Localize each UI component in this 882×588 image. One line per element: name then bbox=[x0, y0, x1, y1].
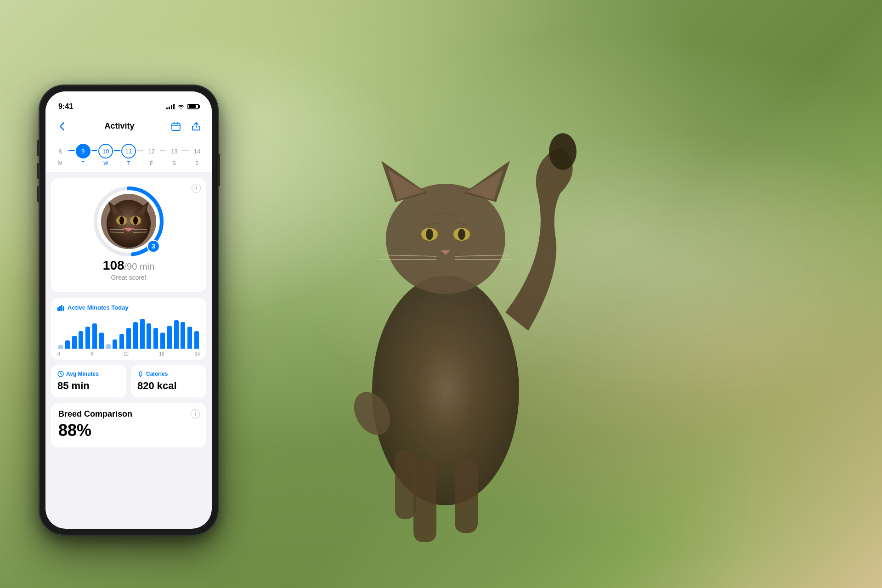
calendar-button[interactable] bbox=[170, 120, 182, 133]
phone-frame: 9:41 bbox=[39, 85, 218, 535]
chart-card: Active Minutes Today bbox=[51, 298, 206, 360]
bar-14 bbox=[153, 328, 158, 349]
back-button[interactable] bbox=[55, 119, 69, 134]
score-badge: 3 bbox=[147, 240, 160, 253]
svg-rect-7 bbox=[413, 459, 436, 542]
svg-rect-19 bbox=[172, 123, 180, 130]
calendar-icon bbox=[171, 121, 181, 131]
clock-icon bbox=[57, 371, 64, 377]
bar-15 bbox=[160, 333, 165, 349]
bar-5 bbox=[92, 323, 97, 349]
status-icons bbox=[166, 104, 199, 109]
breed-percentage: 88% bbox=[58, 421, 199, 440]
score-goal: /90 min bbox=[124, 261, 155, 271]
stat-avg-minutes-title: Avg Minutes bbox=[57, 371, 120, 377]
svg-point-0 bbox=[372, 276, 519, 505]
share-button[interactable] bbox=[190, 120, 203, 133]
svg-rect-43 bbox=[63, 306, 64, 311]
x-label-18: 18 bbox=[159, 351, 164, 356]
chart-title: Active Minutes Today bbox=[57, 304, 200, 311]
date-circle-11: 11 bbox=[121, 144, 136, 158]
signal-bar-4 bbox=[173, 104, 175, 109]
bar-1 bbox=[65, 340, 70, 349]
date-circle-8: 8 bbox=[53, 144, 68, 158]
svg-point-14 bbox=[458, 229, 465, 240]
bar-chart-icon bbox=[57, 305, 65, 311]
avatar-container: 3 bbox=[96, 189, 161, 254]
battery-fill bbox=[189, 105, 196, 108]
date-circle-14: 14 bbox=[190, 144, 204, 158]
stat-calories-value: 820 kcal bbox=[137, 380, 200, 392]
bar-18 bbox=[181, 322, 185, 349]
back-icon bbox=[60, 122, 64, 130]
flame-icon bbox=[137, 371, 144, 377]
x-label-0: 0 bbox=[57, 351, 60, 356]
stat-card-avg-minutes: Avg Minutes 85 min bbox=[51, 365, 126, 397]
date-circle-10: 10 bbox=[98, 144, 113, 158]
date-connector-5 bbox=[160, 150, 166, 151]
date-item-14[interactable]: 14 S bbox=[190, 144, 204, 166]
chart-bars bbox=[57, 317, 200, 349]
date-item-8[interactable]: 8 M bbox=[53, 144, 68, 166]
bar-11 bbox=[133, 322, 138, 349]
x-label-12: 12 bbox=[124, 351, 129, 356]
date-connector-3 bbox=[114, 150, 120, 151]
date-connector-6 bbox=[182, 150, 189, 151]
svg-rect-40 bbox=[57, 307, 59, 311]
bar-9 bbox=[119, 334, 124, 349]
bar-17 bbox=[174, 320, 179, 349]
signal-icon bbox=[166, 104, 175, 109]
signal-bar-3 bbox=[171, 105, 172, 109]
date-connector-1 bbox=[68, 150, 75, 151]
date-label-9: T bbox=[81, 160, 85, 166]
stats-row: Avg Minutes 85 min Calories 820 kcal bbox=[51, 365, 206, 397]
phone-device: 9:41 bbox=[39, 85, 218, 535]
date-label-13: S bbox=[173, 160, 176, 166]
avatar bbox=[101, 194, 156, 249]
date-item-9[interactable]: 9 T bbox=[76, 144, 90, 166]
svg-point-6 bbox=[549, 133, 577, 170]
date-label-8: M bbox=[58, 160, 62, 166]
bar-0 bbox=[58, 345, 63, 349]
chart-title-text: Active Minutes Today bbox=[68, 304, 129, 311]
date-selector: 8 M 9 T 10 W bbox=[45, 138, 212, 173]
nav-title: Activity bbox=[104, 121, 134, 131]
bar-7 bbox=[106, 344, 111, 349]
date-item-13[interactable]: 13 S bbox=[167, 144, 181, 166]
score-label: Great score! bbox=[111, 274, 146, 281]
chart-area: 0 6 12 18 24 bbox=[57, 317, 200, 353]
svg-point-1 bbox=[386, 184, 505, 294]
share-icon bbox=[191, 121, 201, 131]
bar-3 bbox=[79, 331, 83, 349]
wifi-icon bbox=[177, 104, 185, 109]
bar-8 bbox=[113, 339, 117, 349]
bar-13 bbox=[147, 323, 151, 349]
info-button-breed[interactable]: i bbox=[191, 409, 200, 418]
chart-x-labels: 0 6 12 18 24 bbox=[57, 350, 200, 356]
date-item-12[interactable]: 12 F bbox=[144, 144, 159, 166]
stat-calories-label: Calories bbox=[146, 371, 168, 377]
signal-bar-1 bbox=[166, 107, 168, 109]
bar-2 bbox=[72, 336, 77, 349]
svg-point-13 bbox=[426, 229, 433, 240]
date-connector-2 bbox=[91, 150, 98, 151]
signal-bar-2 bbox=[169, 107, 170, 109]
x-label-24: 24 bbox=[195, 351, 200, 356]
date-label-12: F bbox=[150, 160, 153, 166]
bar-6 bbox=[99, 333, 104, 349]
svg-point-34 bbox=[119, 216, 124, 225]
x-label-6: 6 bbox=[90, 351, 93, 356]
avatar-cat-face bbox=[101, 194, 156, 249]
date-circle-13: 13 bbox=[167, 144, 181, 158]
date-item-10[interactable]: 10 W bbox=[98, 144, 113, 166]
stat-card-calories: Calories 820 kcal bbox=[131, 365, 206, 397]
breed-comparison-card: Breed Comparison 88% i bbox=[51, 403, 206, 447]
date-item-11[interactable]: 11 T bbox=[121, 144, 136, 166]
svg-rect-42 bbox=[61, 305, 62, 311]
bar-12 bbox=[140, 319, 145, 349]
nav-actions bbox=[170, 120, 203, 133]
bar-19 bbox=[187, 327, 192, 349]
score-card: i bbox=[51, 178, 206, 292]
svg-rect-8 bbox=[455, 459, 478, 533]
info-button-score[interactable]: i bbox=[192, 184, 201, 193]
